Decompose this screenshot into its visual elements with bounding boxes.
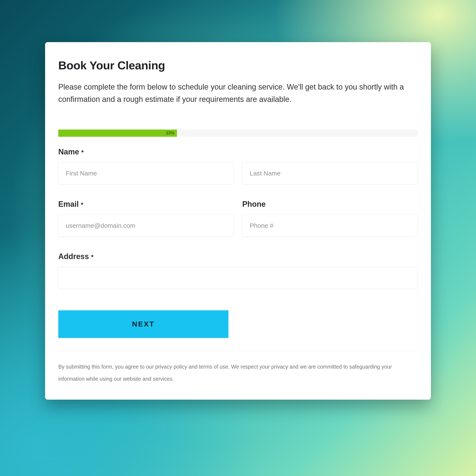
required-marker: * — [81, 149, 84, 156]
email-label-text: Email — [58, 200, 79, 209]
address-input[interactable] — [58, 267, 418, 289]
address-label: Address * — [58, 252, 418, 261]
page-subtitle: Please complete the form below to schedu… — [58, 81, 418, 106]
last-name-input[interactable] — [242, 162, 418, 184]
disclaimer-text: By submitting this form, you agree to ou… — [58, 361, 418, 385]
phone-label: Phone — [242, 200, 418, 209]
name-label-text: Name — [58, 147, 79, 156]
email-label: Email * — [58, 200, 234, 209]
progress-label: 33% — [166, 131, 174, 136]
phone-label-text: Phone — [242, 200, 266, 209]
required-marker: * — [81, 201, 83, 208]
progress-bar: 33% — [58, 130, 418, 137]
address-label-text: Address — [58, 252, 89, 261]
email-input[interactable] — [58, 215, 234, 237]
page-title: Book Your Cleaning — [58, 59, 418, 72]
booking-card: Book Your Cleaning Please complete the f… — [45, 42, 431, 400]
next-button[interactable]: NEXT — [58, 310, 228, 338]
first-name-input[interactable] — [58, 162, 234, 184]
progress-fill: 33% — [58, 130, 177, 137]
required-marker: * — [91, 253, 94, 261]
phone-input[interactable] — [242, 215, 418, 237]
name-label: Name * — [58, 147, 418, 156]
